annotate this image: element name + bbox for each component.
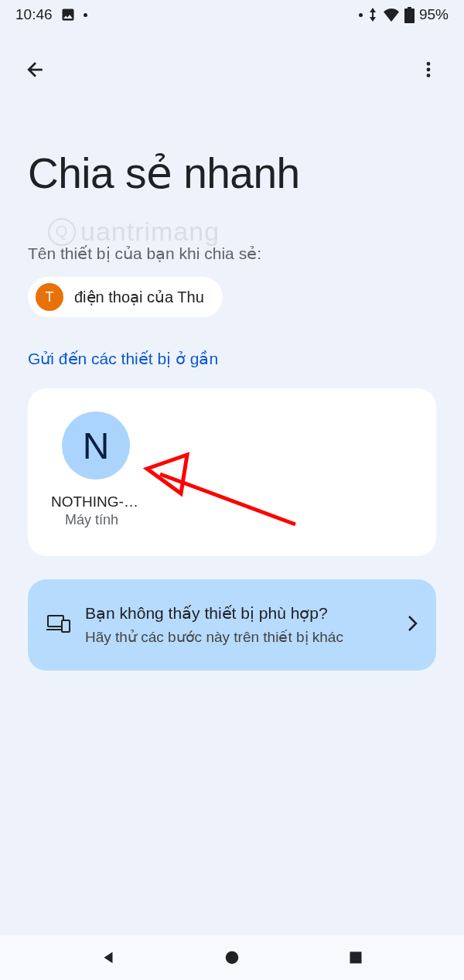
nav-home-button[interactable] (221, 947, 243, 968)
wifi-icon (383, 8, 400, 22)
nearby-device-item[interactable]: N NOTHING-… Máy tính (51, 411, 159, 528)
nearby-devices-card: N NOTHING-… Máy tính (28, 388, 436, 556)
svg-point-1 (427, 68, 431, 72)
nav-back-button[interactable] (97, 947, 119, 968)
status-battery-percent: 95% (419, 6, 449, 23)
nearby-section-title: Gửi đến các thiết bị ở gần (28, 350, 436, 368)
status-dot-icon (359, 13, 363, 17)
your-device-name: điện thoại của Thu (74, 288, 204, 306)
your-device-chip[interactable]: T điện thoại của Thu (28, 277, 223, 317)
your-device-label: Tên thiết bị của bạn khi chia sẻ: (28, 244, 436, 263)
help-description: Hãy thử các bước này trên thiết bị khác (85, 627, 393, 647)
notification-dot-icon (84, 13, 87, 17)
content: Chia sẻ nhanh Q uantrimang Tên thiết bị … (0, 94, 464, 671)
watermark: Q uantrimang (48, 217, 220, 247)
status-bar: 10:46 95% (0, 0, 464, 29)
toolbar (0, 29, 464, 94)
battery-icon (404, 7, 415, 23)
svg-rect-8 (350, 952, 362, 964)
nearby-device-avatar: N (62, 411, 130, 480)
system-nav-bar (0, 935, 464, 980)
page-title: Chia sẻ nhanh (28, 149, 436, 198)
more-menu-button[interactable] (411, 53, 445, 87)
help-title: Bạn không thấy thiết bị phù hợp? (85, 603, 393, 624)
devices-icon (46, 614, 71, 636)
svg-point-7 (226, 951, 239, 965)
svg-rect-4 (62, 620, 70, 632)
your-device-avatar: T (36, 283, 63, 311)
chevron-right-icon (407, 614, 418, 636)
nav-recent-button[interactable] (345, 947, 367, 968)
nearby-device-name: NOTHING-… (51, 493, 138, 510)
help-card[interactable]: Bạn không thấy thiết bị phù hợp? Hãy thử… (28, 579, 436, 671)
data-saver-icon (367, 8, 378, 22)
back-button[interactable] (19, 53, 53, 87)
nearby-device-type: Máy tính (65, 512, 118, 528)
status-time: 10:46 (15, 6, 53, 23)
svg-point-2 (427, 73, 431, 77)
image-icon (60, 7, 76, 22)
svg-point-0 (427, 62, 431, 66)
